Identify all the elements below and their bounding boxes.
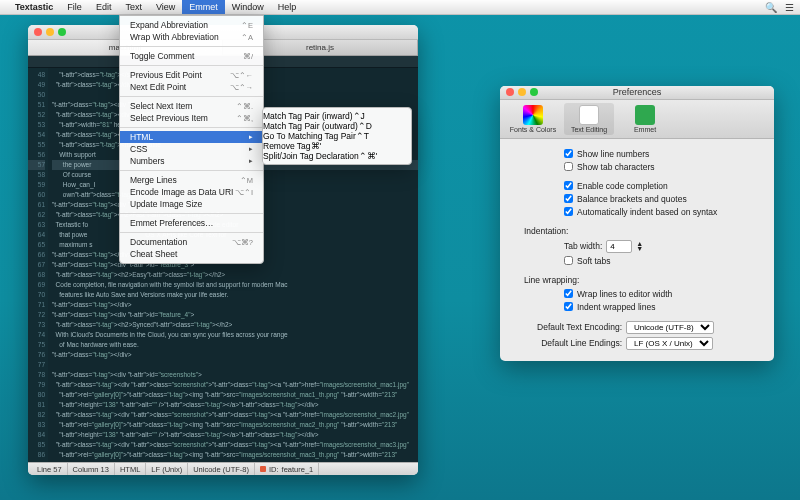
menu-item[interactable]: CSS bbox=[120, 143, 263, 155]
menu-item[interactable]: HTML bbox=[120, 131, 263, 143]
submenu-item[interactable]: Split/Join Tag Declaration⌃⌘' bbox=[263, 151, 411, 161]
check-label: Automatically indent based on syntax bbox=[577, 207, 717, 217]
check-indent-wrapped[interactable]: Indent wrapped lines bbox=[564, 300, 762, 313]
check-label: Show line numbers bbox=[577, 149, 649, 159]
menu-item[interactable]: Previous Edit Point⌥⌃← bbox=[120, 69, 263, 81]
tab-width-input[interactable] bbox=[606, 240, 632, 253]
menubar: Textastic File Edit Text View Emmet Wind… bbox=[0, 0, 800, 15]
close-icon[interactable] bbox=[506, 88, 514, 96]
menu-item[interactable]: Documentation⌥⌘? bbox=[120, 236, 263, 248]
check-tab-chars[interactable]: Show tab characters bbox=[564, 160, 762, 173]
check-label: Soft tabs bbox=[577, 256, 611, 266]
menu-emmet[interactable]: Emmet bbox=[182, 0, 225, 14]
menu-edit[interactable]: Edit bbox=[89, 0, 119, 14]
menu-view[interactable]: View bbox=[149, 0, 182, 14]
menu-item[interactable]: Update Image Size bbox=[120, 198, 263, 210]
menu-item[interactable]: Wrap With Abbreviation⌃A bbox=[120, 31, 263, 43]
encoding-select[interactable]: Unicode (UTF-8) bbox=[626, 321, 714, 334]
prefs-tab-label: Emmet bbox=[634, 126, 656, 133]
minimize-icon[interactable] bbox=[518, 88, 526, 96]
prefs-traffic-lights[interactable] bbox=[506, 88, 538, 96]
menu-text[interactable]: Text bbox=[118, 0, 149, 14]
prefs-tab-emmet[interactable]: Emmet bbox=[620, 103, 670, 135]
check-label: Balance brackets and quotes bbox=[577, 194, 687, 204]
symbol-dot-icon bbox=[260, 466, 266, 472]
encoding-row: Default Text Encoding: Unicode (UTF-8) bbox=[512, 319, 762, 335]
menubar-app-name[interactable]: Textastic bbox=[8, 0, 60, 14]
line-wrapping-label: Line wrapping: bbox=[524, 275, 762, 285]
endings-row: Default Line Endings: LF (OS X / Unix) bbox=[512, 335, 762, 351]
check-label: Wrap lines to editor width bbox=[577, 289, 672, 299]
check-label: Enable code completion bbox=[577, 181, 668, 191]
check-auto-indent[interactable]: Automatically indent based on syntax bbox=[564, 205, 762, 218]
tab-width-row: Tab width: ▲▼ bbox=[564, 238, 762, 254]
prefs-tab-label: Text Editing bbox=[571, 126, 607, 133]
check-label: Show tab characters bbox=[577, 162, 654, 172]
html-submenu: Match Tag Pair (inward)⌃JMatch Tag Pair … bbox=[262, 107, 412, 165]
traffic-lights[interactable] bbox=[34, 28, 66, 36]
menu-item[interactable]: Cheat Sheet bbox=[120, 248, 263, 260]
menu-item[interactable]: Emmet Preferences… bbox=[120, 217, 263, 229]
check-balance[interactable]: Balance brackets and quotes bbox=[564, 192, 762, 205]
prefs-tab-label: Fonts & Colors bbox=[510, 126, 556, 133]
search-icon[interactable]: 🔍 bbox=[765, 2, 777, 13]
menu-item[interactable]: Select Next Item⌃⌘. bbox=[120, 100, 263, 112]
check-wrap-lines[interactable]: Wrap lines to editor width bbox=[564, 287, 762, 300]
status-line[interactable]: Line 57 bbox=[32, 463, 68, 475]
status-symbol[interactable]: ID: feature_1 bbox=[255, 463, 319, 475]
emmet-icon bbox=[635, 105, 655, 125]
prefs-tab-fonts-colors[interactable]: Fonts & Colors bbox=[508, 103, 558, 135]
check-soft-tabs[interactable]: Soft tabs bbox=[564, 254, 762, 267]
submenu-item[interactable]: Match Tag Pair (outward)⌃D bbox=[263, 121, 411, 131]
menu-window[interactable]: Window bbox=[225, 0, 271, 14]
minimize-icon[interactable] bbox=[46, 28, 54, 36]
zoom-icon[interactable] bbox=[58, 28, 66, 36]
emmet-menu: Expand Abbreviation⌃EWrap With Abbreviat… bbox=[119, 15, 264, 264]
menu-item[interactable]: Expand Abbreviation⌃E bbox=[120, 19, 263, 31]
status-line-endings[interactable]: LF (Unix) bbox=[146, 463, 188, 475]
status-lang[interactable]: HTML bbox=[115, 463, 146, 475]
check-code-completion[interactable]: Enable code completion bbox=[564, 179, 762, 192]
menu-help[interactable]: Help bbox=[271, 0, 304, 14]
menu-item[interactable]: Encode Image as Data URI⌥⌃I bbox=[120, 186, 263, 198]
menu-item[interactable]: Numbers bbox=[120, 155, 263, 167]
menu-item[interactable]: Select Previous Item⌃⌘, bbox=[120, 112, 263, 124]
status-column[interactable]: Column 13 bbox=[68, 463, 115, 475]
status-bar: Line 57 Column 13 HTML LF (Unix) Unicode… bbox=[28, 462, 418, 475]
menu-item[interactable]: Merge Lines⌃M bbox=[120, 174, 263, 186]
status-id-value: feature_1 bbox=[282, 465, 314, 474]
line-gutter: 4849505152535455565758596061626364656667… bbox=[28, 68, 48, 462]
prefs-body: Show line numbers Show tab characters En… bbox=[500, 139, 774, 361]
preferences-window: Preferences Fonts & Colors Text Editing … bbox=[500, 86, 774, 361]
status-id-label: ID: bbox=[269, 465, 279, 474]
check-label: Indent wrapped lines bbox=[577, 302, 655, 312]
menu-item[interactable]: Next Edit Point⌥⌃→ bbox=[120, 81, 263, 93]
submenu-item[interactable]: Remove Tag⌘' bbox=[263, 141, 411, 151]
endings-label: Default Line Endings: bbox=[512, 338, 622, 348]
stepper-icon[interactable]: ▲▼ bbox=[636, 241, 643, 251]
list-icon[interactable]: ☰ bbox=[785, 2, 794, 13]
submenu-item[interactable]: Match Tag Pair (inward)⌃J bbox=[263, 111, 411, 121]
check-line-numbers[interactable]: Show line numbers bbox=[564, 147, 762, 160]
menu-file[interactable]: File bbox=[60, 0, 89, 14]
indentation-label: Indentation: bbox=[524, 226, 762, 236]
tab-width-label: Tab width: bbox=[564, 241, 602, 251]
prefs-title: Preferences bbox=[613, 87, 662, 97]
close-icon[interactable] bbox=[34, 28, 42, 36]
prefs-toolbar: Fonts & Colors Text Editing Emmet bbox=[500, 100, 774, 139]
endings-select[interactable]: LF (OS X / Unix) bbox=[626, 337, 713, 350]
prefs-titlebar[interactable]: Preferences bbox=[500, 86, 774, 100]
menubar-right: 🔍 ☰ bbox=[765, 2, 800, 13]
fonts-colors-icon bbox=[523, 105, 543, 125]
zoom-icon[interactable] bbox=[530, 88, 538, 96]
prefs-tab-text-editing[interactable]: Text Editing bbox=[564, 103, 614, 135]
menu-item[interactable]: Toggle Comment⌘/ bbox=[120, 50, 263, 62]
text-editing-icon bbox=[579, 105, 599, 125]
encoding-label: Default Text Encoding: bbox=[512, 322, 622, 332]
status-encoding[interactable]: Unicode (UTF-8) bbox=[188, 463, 255, 475]
submenu-item[interactable]: Go To Matching Tag Pair⌃T bbox=[263, 131, 411, 141]
